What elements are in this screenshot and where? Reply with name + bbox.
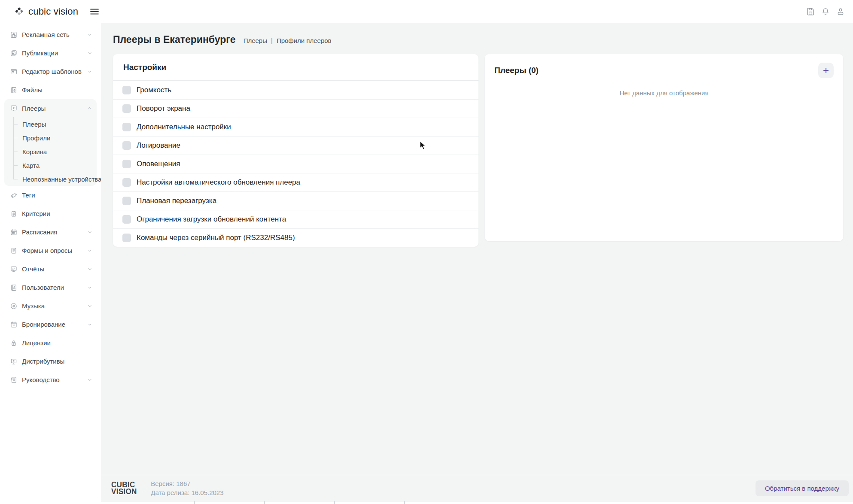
sidebar-subitem-karta[interactable]: Карта	[4, 158, 97, 172]
brand-logo-text: cubic vision	[28, 6, 78, 17]
distrib-icon	[10, 358, 18, 365]
user-icon	[836, 7, 845, 16]
checkbox[interactable]	[122, 141, 131, 150]
tags-icon	[10, 191, 18, 199]
settings-row: Дополнительные настройки	[113, 118, 478, 136]
page-title: Плееры в Екатеринбурге	[113, 34, 236, 46]
sidebar-item-bronirovanie[interactable]: 31Бронирование	[0, 315, 101, 334]
checkbox[interactable]	[122, 104, 131, 113]
network-icon	[10, 31, 18, 39]
sidebar-item-kriterii[interactable]: Критерии	[0, 204, 101, 223]
footer-logo-line2: VISION	[111, 488, 137, 495]
svg-text:31: 31	[12, 324, 15, 326]
license-icon	[10, 339, 18, 347]
sidebar-item-polzovateli[interactable]: Пользователи	[0, 278, 101, 297]
chevron-down-icon	[87, 322, 92, 327]
footer: CUBIC VISION Версия: 1867 Дата релиза: 1…	[101, 475, 853, 501]
settings-row: Громкость	[113, 81, 478, 99]
users-icon	[10, 284, 18, 291]
app-header: cubic vision	[0, 0, 853, 23]
sidebar-item-publikacii[interactable]: Публикации	[0, 44, 101, 62]
title-row: Плееры в Екатеринбурге Плееры | Профили …	[101, 23, 853, 46]
settings-row: Оповещения	[113, 155, 478, 173]
save-icon	[806, 7, 815, 16]
brand: cubic vision	[15, 6, 78, 17]
app-body: Рекламная сетьПубликацииРедактор шаблоно…	[0, 23, 853, 504]
chevron-down-icon	[87, 285, 92, 290]
sidebar-item-reklamnaya-set[interactable]: Рекламная сеть	[0, 25, 101, 44]
sidebar-subitem-neopoznannye-ustrojstva[interactable]: Неопознанные устройства	[4, 172, 97, 186]
empty-state-text: Нет данных для отображения	[494, 89, 834, 97]
music-icon	[10, 302, 18, 310]
bell-button[interactable]	[821, 7, 830, 16]
settings-row: Плановая перезагрузка	[113, 191, 478, 210]
sidebar-item-otchyoty[interactable]: Отчёты	[0, 260, 101, 278]
sidebar-item-fajly[interactable]: Файлы	[0, 81, 101, 99]
hamburger-icon	[89, 6, 100, 17]
manual-icon	[10, 376, 18, 384]
checkbox[interactable]	[122, 178, 131, 187]
chevron-down-icon	[87, 377, 92, 383]
reports-icon	[10, 265, 18, 273]
sidebar-item-licenzii[interactable]: Лицензии	[0, 334, 101, 352]
chevron-up-icon	[87, 106, 92, 111]
sidebar-item-pleery[interactable]: Плееры	[4, 99, 97, 117]
sidebar-item-distributivy[interactable]: Дистрибутивы	[0, 352, 101, 370]
settings-row: Настройки автоматического обновления пле…	[113, 173, 478, 191]
sidebar: Рекламная сетьПубликацииРедактор шаблоно…	[0, 23, 101, 504]
footer-version: Версия: 1867	[151, 479, 223, 488]
sidebar-item-redaktor-shablonov[interactable]: Редактор шаблонов	[0, 62, 101, 81]
sidebar-group-pleery: ПлеерыПлеерыПрофилиКорзинаКартаНеопознан…	[4, 99, 97, 186]
settings-row: Поворот экрана	[113, 99, 478, 118]
add-player-button[interactable]: +	[818, 63, 834, 78]
files-icon	[10, 86, 18, 94]
settings-row: Команды через серийный порт (RS232/RS485…	[113, 228, 478, 247]
screen: cubic vision Рекламная сетьПубликацииРед…	[0, 0, 853, 504]
support-button[interactable]: Обратиться в поддержку	[756, 480, 849, 496]
players-panel-title: Плееры (0)	[494, 66, 539, 75]
footer-meta: Версия: 1867 Дата релиза: 16.05.2023	[151, 479, 223, 497]
settings-row: Логирование	[113, 136, 478, 155]
checkbox[interactable]	[122, 86, 131, 94]
breadcrumb-separator: |	[271, 37, 273, 44]
bell-icon	[821, 7, 830, 16]
breadcrumb-item-players[interactable]: Плееры	[244, 37, 267, 44]
checkbox[interactable]	[122, 215, 131, 224]
strip-tick	[334, 501, 335, 504]
user-button[interactable]	[836, 7, 845, 16]
save-button[interactable]	[806, 7, 815, 16]
sidebar-subitem-profili[interactable]: Профили	[4, 131, 97, 145]
sidebar-nav: Рекламная сетьПубликацииРедактор шаблоно…	[0, 25, 101, 389]
chevron-down-icon	[87, 267, 92, 272]
sidebar-subitem-pleery[interactable]: Плееры	[4, 117, 97, 131]
strip-tick	[404, 501, 405, 504]
schedule-icon	[10, 228, 18, 236]
brand-logo-icon	[15, 7, 24, 16]
sidebar-item-formy-i-oprosy[interactable]: Формы и опросы	[0, 241, 101, 260]
sidebar-item-tegi[interactable]: Теги	[0, 186, 101, 204]
sidebar-subitem-korzina[interactable]: Корзина	[4, 145, 97, 158]
chevron-down-icon	[87, 69, 92, 74]
hamburger-menu-button[interactable]	[89, 6, 100, 17]
breadcrumb-item-player-profiles[interactable]: Профили плееров	[277, 37, 332, 44]
header-actions	[806, 7, 845, 16]
footer-logo: CUBIC VISION	[111, 481, 137, 495]
sidebar-item-raspisaniya[interactable]: Расписания	[0, 223, 101, 241]
checkbox[interactable]	[122, 234, 131, 242]
strip-tick	[264, 501, 265, 504]
chevron-down-icon	[87, 230, 92, 235]
sidebar-item-rukovodstvo[interactable]: Руководство	[0, 370, 101, 389]
checkbox[interactable]	[122, 197, 131, 205]
panels: Настройки ГромкостьПоворот экранаДополни…	[101, 54, 853, 247]
template-icon	[10, 68, 18, 76]
sidebar-item-muzyka[interactable]: Музыка	[0, 297, 101, 315]
settings-panel-title: Настройки	[113, 54, 478, 81]
chevron-down-icon	[87, 51, 92, 56]
breadcrumb: Плееры | Профили плееров	[244, 37, 332, 44]
players-icon	[10, 104, 18, 112]
checkbox[interactable]	[122, 123, 131, 131]
checkbox[interactable]	[122, 160, 131, 168]
settings-panel: Настройки ГромкостьПоворот экранаДополни…	[113, 54, 478, 247]
footer-release-date: Дата релиза: 16.05.2023	[151, 488, 223, 497]
players-panel-header: Плееры (0) +	[494, 63, 834, 78]
